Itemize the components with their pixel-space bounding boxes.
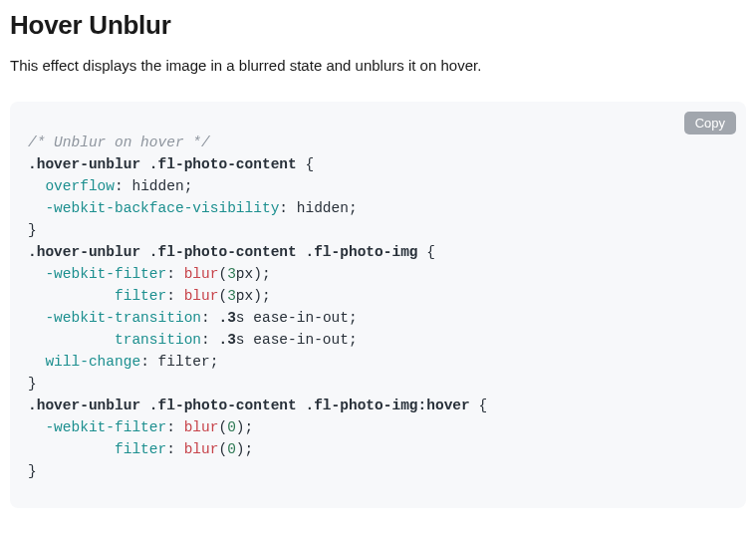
- css-property: -webkit-transition: [45, 310, 201, 326]
- css-value: hidden: [131, 178, 183, 194]
- page-description: This effect displays the image in a blur…: [10, 57, 746, 74]
- css-number: 3: [227, 266, 236, 282]
- css-function: blur: [184, 441, 219, 457]
- css-number: 3: [227, 288, 236, 304]
- css-property: -webkit-filter: [45, 419, 166, 435]
- css-value: filter: [158, 354, 210, 370]
- css-property: -webkit-backface-visibility: [45, 200, 279, 216]
- css-unit: px: [236, 266, 253, 282]
- css-property: transition: [115, 332, 201, 348]
- css-unit: s: [236, 310, 245, 326]
- css-selector: .hover-unblur .fl-photo-content .fl-phot…: [28, 244, 418, 260]
- css-function: blur: [184, 288, 219, 304]
- css-unit: s: [236, 332, 245, 348]
- code-content: /* Unblur on hover */ .hover-unblur .fl-…: [28, 132, 728, 482]
- css-function: blur: [184, 266, 219, 282]
- css-unit: px: [236, 288, 253, 304]
- page-title: Hover Unblur: [10, 10, 746, 41]
- css-property: filter: [115, 441, 166, 457]
- copy-button[interactable]: Copy: [684, 112, 736, 134]
- css-function: blur: [184, 419, 219, 435]
- css-property: -webkit-filter: [45, 266, 166, 282]
- css-number: .3: [218, 332, 235, 348]
- css-value: ease-in-out: [245, 332, 349, 348]
- css-property: overflow: [45, 178, 115, 194]
- css-property: will-change: [45, 354, 140, 370]
- css-value: hidden: [297, 200, 349, 216]
- css-number: 0: [227, 441, 236, 457]
- css-number: .3: [218, 310, 235, 326]
- css-number: 0: [227, 419, 236, 435]
- css-property: filter: [115, 288, 166, 304]
- css-selector: .hover-unblur .fl-photo-content: [28, 156, 297, 172]
- code-block: Copy /* Unblur on hover */ .hover-unblur…: [10, 102, 746, 508]
- code-comment: /* Unblur on hover */: [28, 134, 210, 150]
- css-selector: .hover-unblur .fl-photo-content .fl-phot…: [28, 398, 470, 413]
- css-value: ease-in-out: [245, 310, 349, 326]
